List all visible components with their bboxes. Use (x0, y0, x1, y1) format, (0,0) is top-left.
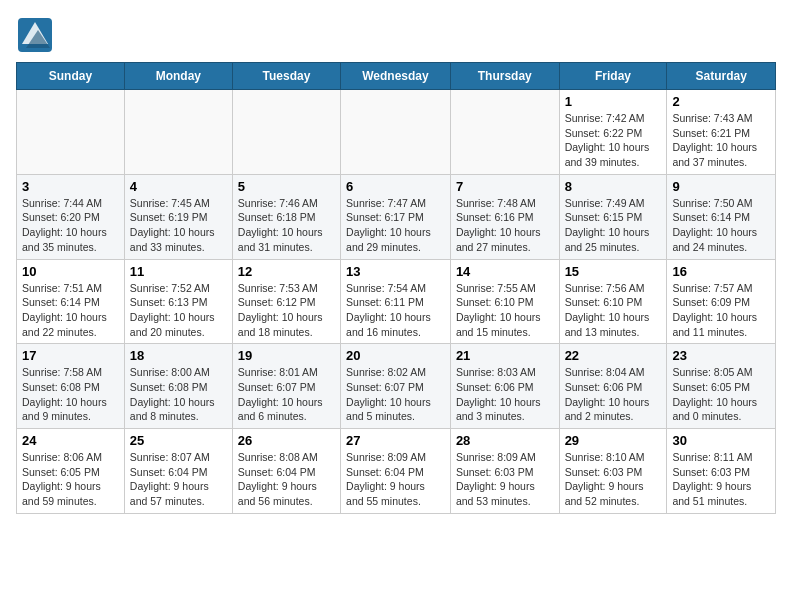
day-number: 9 (672, 179, 770, 194)
day-info: Sunrise: 8:05 AM Sunset: 6:05 PM Dayligh… (672, 365, 770, 424)
calendar-cell: 24Sunrise: 8:06 AM Sunset: 6:05 PM Dayli… (17, 429, 125, 514)
calendar-cell: 6Sunrise: 7:47 AM Sunset: 6:17 PM Daylig… (341, 174, 451, 259)
calendar-cell: 12Sunrise: 7:53 AM Sunset: 6:12 PM Dayli… (232, 259, 340, 344)
day-number: 15 (565, 264, 662, 279)
calendar-cell: 14Sunrise: 7:55 AM Sunset: 6:10 PM Dayli… (450, 259, 559, 344)
day-info: Sunrise: 7:44 AM Sunset: 6:20 PM Dayligh… (22, 196, 119, 255)
calendar-cell: 8Sunrise: 7:49 AM Sunset: 6:15 PM Daylig… (559, 174, 667, 259)
day-info: Sunrise: 8:07 AM Sunset: 6:04 PM Dayligh… (130, 450, 227, 509)
calendar-header: SundayMondayTuesdayWednesdayThursdayFrid… (17, 63, 776, 90)
day-info: Sunrise: 8:04 AM Sunset: 6:06 PM Dayligh… (565, 365, 662, 424)
day-number: 19 (238, 348, 335, 363)
day-number: 18 (130, 348, 227, 363)
day-info: Sunrise: 7:50 AM Sunset: 6:14 PM Dayligh… (672, 196, 770, 255)
weekday-header-saturday: Saturday (667, 63, 776, 90)
day-info: Sunrise: 8:09 AM Sunset: 6:04 PM Dayligh… (346, 450, 445, 509)
day-info: Sunrise: 8:09 AM Sunset: 6:03 PM Dayligh… (456, 450, 554, 509)
day-number: 6 (346, 179, 445, 194)
calendar-cell: 9Sunrise: 7:50 AM Sunset: 6:14 PM Daylig… (667, 174, 776, 259)
day-number: 16 (672, 264, 770, 279)
calendar-body: 1Sunrise: 7:42 AM Sunset: 6:22 PM Daylig… (17, 90, 776, 514)
logo-icon (16, 16, 52, 52)
calendar-cell: 17Sunrise: 7:58 AM Sunset: 6:08 PM Dayli… (17, 344, 125, 429)
calendar-cell: 19Sunrise: 8:01 AM Sunset: 6:07 PM Dayli… (232, 344, 340, 429)
day-info: Sunrise: 7:47 AM Sunset: 6:17 PM Dayligh… (346, 196, 445, 255)
day-info: Sunrise: 7:54 AM Sunset: 6:11 PM Dayligh… (346, 281, 445, 340)
calendar-cell: 21Sunrise: 8:03 AM Sunset: 6:06 PM Dayli… (450, 344, 559, 429)
day-number: 29 (565, 433, 662, 448)
calendar-cell: 5Sunrise: 7:46 AM Sunset: 6:18 PM Daylig… (232, 174, 340, 259)
weekday-header-tuesday: Tuesday (232, 63, 340, 90)
calendar-cell: 25Sunrise: 8:07 AM Sunset: 6:04 PM Dayli… (124, 429, 232, 514)
day-number: 28 (456, 433, 554, 448)
calendar-cell: 26Sunrise: 8:08 AM Sunset: 6:04 PM Dayli… (232, 429, 340, 514)
day-number: 23 (672, 348, 770, 363)
calendar-cell: 1Sunrise: 7:42 AM Sunset: 6:22 PM Daylig… (559, 90, 667, 175)
day-info: Sunrise: 7:49 AM Sunset: 6:15 PM Dayligh… (565, 196, 662, 255)
day-info: Sunrise: 7:48 AM Sunset: 6:16 PM Dayligh… (456, 196, 554, 255)
day-number: 26 (238, 433, 335, 448)
day-info: Sunrise: 7:58 AM Sunset: 6:08 PM Dayligh… (22, 365, 119, 424)
day-number: 24 (22, 433, 119, 448)
weekday-header-friday: Friday (559, 63, 667, 90)
calendar-cell: 10Sunrise: 7:51 AM Sunset: 6:14 PM Dayli… (17, 259, 125, 344)
day-number: 14 (456, 264, 554, 279)
day-number: 11 (130, 264, 227, 279)
calendar-cell: 29Sunrise: 8:10 AM Sunset: 6:03 PM Dayli… (559, 429, 667, 514)
calendar-week-2: 3Sunrise: 7:44 AM Sunset: 6:20 PM Daylig… (17, 174, 776, 259)
calendar-cell: 22Sunrise: 8:04 AM Sunset: 6:06 PM Dayli… (559, 344, 667, 429)
calendar-cell: 27Sunrise: 8:09 AM Sunset: 6:04 PM Dayli… (341, 429, 451, 514)
day-info: Sunrise: 8:10 AM Sunset: 6:03 PM Dayligh… (565, 450, 662, 509)
day-info: Sunrise: 7:51 AM Sunset: 6:14 PM Dayligh… (22, 281, 119, 340)
weekday-header-thursday: Thursday (450, 63, 559, 90)
day-info: Sunrise: 8:11 AM Sunset: 6:03 PM Dayligh… (672, 450, 770, 509)
day-number: 25 (130, 433, 227, 448)
calendar-cell: 13Sunrise: 7:54 AM Sunset: 6:11 PM Dayli… (341, 259, 451, 344)
day-info: Sunrise: 8:02 AM Sunset: 6:07 PM Dayligh… (346, 365, 445, 424)
day-info: Sunrise: 7:43 AM Sunset: 6:21 PM Dayligh… (672, 111, 770, 170)
day-number: 22 (565, 348, 662, 363)
day-number: 21 (456, 348, 554, 363)
day-info: Sunrise: 7:53 AM Sunset: 6:12 PM Dayligh… (238, 281, 335, 340)
day-info: Sunrise: 8:08 AM Sunset: 6:04 PM Dayligh… (238, 450, 335, 509)
weekday-header-row: SundayMondayTuesdayWednesdayThursdayFrid… (17, 63, 776, 90)
day-number: 4 (130, 179, 227, 194)
day-info: Sunrise: 8:00 AM Sunset: 6:08 PM Dayligh… (130, 365, 227, 424)
calendar-cell (450, 90, 559, 175)
day-number: 20 (346, 348, 445, 363)
calendar-week-5: 24Sunrise: 8:06 AM Sunset: 6:05 PM Dayli… (17, 429, 776, 514)
day-info: Sunrise: 7:45 AM Sunset: 6:19 PM Dayligh… (130, 196, 227, 255)
day-number: 27 (346, 433, 445, 448)
calendar-cell: 7Sunrise: 7:48 AM Sunset: 6:16 PM Daylig… (450, 174, 559, 259)
day-info: Sunrise: 8:01 AM Sunset: 6:07 PM Dayligh… (238, 365, 335, 424)
day-number: 3 (22, 179, 119, 194)
weekday-header-wednesday: Wednesday (341, 63, 451, 90)
day-info: Sunrise: 7:55 AM Sunset: 6:10 PM Dayligh… (456, 281, 554, 340)
calendar-cell: 18Sunrise: 8:00 AM Sunset: 6:08 PM Dayli… (124, 344, 232, 429)
day-number: 2 (672, 94, 770, 109)
calendar-cell (341, 90, 451, 175)
day-number: 5 (238, 179, 335, 194)
day-info: Sunrise: 7:52 AM Sunset: 6:13 PM Dayligh… (130, 281, 227, 340)
calendar-cell: 2Sunrise: 7:43 AM Sunset: 6:21 PM Daylig… (667, 90, 776, 175)
weekday-header-monday: Monday (124, 63, 232, 90)
day-info: Sunrise: 7:42 AM Sunset: 6:22 PM Dayligh… (565, 111, 662, 170)
day-info: Sunrise: 7:57 AM Sunset: 6:09 PM Dayligh… (672, 281, 770, 340)
calendar-cell: 3Sunrise: 7:44 AM Sunset: 6:20 PM Daylig… (17, 174, 125, 259)
day-number: 17 (22, 348, 119, 363)
calendar-cell: 23Sunrise: 8:05 AM Sunset: 6:05 PM Dayli… (667, 344, 776, 429)
day-number: 30 (672, 433, 770, 448)
calendar-week-4: 17Sunrise: 7:58 AM Sunset: 6:08 PM Dayli… (17, 344, 776, 429)
calendar-week-3: 10Sunrise: 7:51 AM Sunset: 6:14 PM Dayli… (17, 259, 776, 344)
day-number: 1 (565, 94, 662, 109)
day-number: 13 (346, 264, 445, 279)
calendar-week-1: 1Sunrise: 7:42 AM Sunset: 6:22 PM Daylig… (17, 90, 776, 175)
day-number: 8 (565, 179, 662, 194)
day-info: Sunrise: 7:46 AM Sunset: 6:18 PM Dayligh… (238, 196, 335, 255)
day-info: Sunrise: 8:03 AM Sunset: 6:06 PM Dayligh… (456, 365, 554, 424)
day-info: Sunrise: 8:06 AM Sunset: 6:05 PM Dayligh… (22, 450, 119, 509)
day-number: 12 (238, 264, 335, 279)
logo (16, 16, 56, 52)
day-info: Sunrise: 7:56 AM Sunset: 6:10 PM Dayligh… (565, 281, 662, 340)
calendar-cell: 4Sunrise: 7:45 AM Sunset: 6:19 PM Daylig… (124, 174, 232, 259)
